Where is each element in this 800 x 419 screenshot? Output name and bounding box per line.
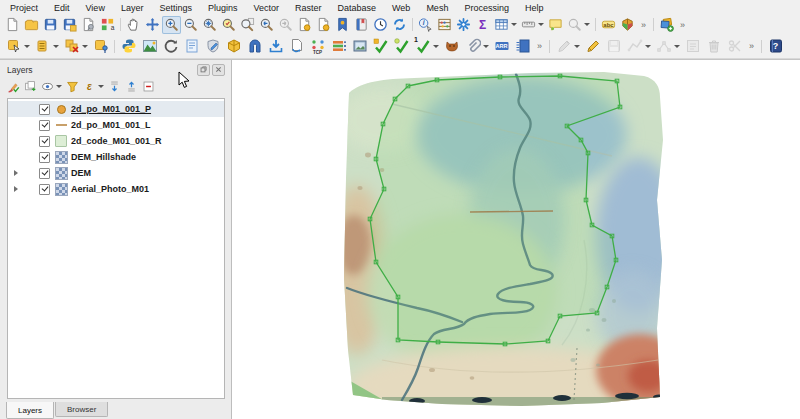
zoom-out-button[interactable] [181, 16, 200, 34]
vertex-tool-button[interactable] [653, 36, 674, 56]
vertex-tool-dropdown-arrow[interactable] [674, 45, 680, 48]
layer-row[interactable]: DEM_Hillshade [8, 149, 224, 165]
manage-layers-button[interactable] [657, 16, 676, 34]
pan-to-selection-button[interactable] [143, 16, 162, 34]
check-topology-dropdown-arrow[interactable] [433, 45, 439, 48]
layer-name[interactable]: DEM [71, 168, 91, 178]
plugin-download-button[interactable] [265, 36, 286, 56]
new-3d-map-view-button[interactable] [314, 16, 333, 34]
tab-browser[interactable]: Browser [55, 402, 108, 417]
layer-name[interactable]: Aerial_Photo_M01 [71, 184, 149, 194]
new-spatial-bookmark-button[interactable] [333, 16, 352, 34]
layer-checkbox[interactable] [39, 168, 50, 179]
layer-name[interactable]: DEM_Hillshade [71, 152, 136, 162]
locator-search-dropdown-arrow[interactable] [584, 23, 590, 26]
plugin-arr-button[interactable]: ARR [491, 36, 512, 56]
zoom-full-extent-button[interactable] [200, 16, 219, 34]
help-contents-button[interactable]: ? [765, 36, 786, 56]
layer-checkbox[interactable] [39, 136, 50, 147]
show-bookmarks-button[interactable] [352, 16, 371, 34]
map-tips-button[interactable] [546, 16, 565, 34]
statistical-summary-button[interactable] [435, 16, 454, 34]
layer-name[interactable]: 2d_po_M01_001_P [71, 104, 151, 114]
check-digitizing-button[interactable] [370, 36, 391, 56]
float-panel-button[interactable] [197, 64, 210, 76]
filter-legend-button[interactable] [64, 78, 81, 95]
plugin-notes-button[interactable] [181, 36, 202, 56]
deselect-features-button[interactable] [61, 36, 82, 56]
processing-toolbox-button[interactable] [454, 16, 473, 34]
locator-search-button[interactable] [565, 16, 584, 34]
layer-row[interactable]: 2d_code_M01_001_R [8, 133, 224, 149]
layer-checkbox[interactable] [39, 152, 50, 163]
menu-database[interactable]: Database [330, 2, 385, 14]
temporal-controller-button[interactable] [371, 16, 390, 34]
plugin-arch-button[interactable] [244, 36, 265, 56]
new-map-view-button[interactable] [295, 16, 314, 34]
open-attribute-table-dropdown-arrow[interactable] [511, 23, 517, 26]
check-review-button[interactable] [391, 36, 412, 56]
attachments-dropdown-arrow[interactable] [483, 45, 489, 48]
toggle-editing-button[interactable] [582, 36, 603, 56]
data-source-manager-button[interactable] [618, 16, 637, 34]
current-edits-dropdown-arrow[interactable] [574, 45, 580, 48]
layer-row[interactable]: 2d_po_M01_001_L [8, 117, 224, 133]
plugin-convert-button[interactable] [286, 36, 307, 56]
toolbar-overflow-chevron[interactable]: » [745, 41, 758, 51]
filter-by-expression-dropdown-arrow[interactable] [98, 85, 104, 88]
identify-features-button[interactable]: i [416, 16, 435, 34]
check-topology-button[interactable]: 1 [412, 36, 433, 56]
project-new-button[interactable] [3, 16, 22, 34]
deselect-features-dropdown-arrow[interactable] [82, 45, 88, 48]
collapse-all-button[interactable] [123, 78, 140, 95]
modify-attributes-button[interactable] [682, 36, 703, 56]
select-features-by-value-dropdown-arrow[interactable] [53, 45, 59, 48]
add-feature-dropdown-arrow[interactable] [645, 45, 651, 48]
map-canvas[interactable] [232, 60, 800, 419]
plugin-tcp-button[interactable]: TCP [307, 36, 328, 56]
menu-settings[interactable]: Settings [151, 2, 200, 14]
current-edits-button[interactable] [553, 36, 574, 56]
select-by-location-button[interactable] [90, 36, 111, 56]
project-open-button[interactable] [22, 16, 41, 34]
project-save-as-button[interactable] [60, 16, 79, 34]
layer-labeling-button[interactable]: abc [599, 16, 618, 34]
zoom-in-button[interactable] [162, 16, 181, 34]
layer-row[interactable]: Aerial_Photo_M01 [8, 181, 224, 197]
delete-selected-button[interactable] [703, 36, 724, 56]
plugin-profile-stack-button[interactable] [328, 36, 349, 56]
cut-features-button[interactable] [724, 36, 745, 56]
menu-web[interactable]: Web [384, 2, 418, 14]
menu-project[interactable]: Project [2, 2, 46, 14]
zoom-to-selection-button[interactable] [219, 16, 238, 34]
plugin-screenshot-button[interactable] [349, 36, 370, 56]
menu-raster[interactable]: Raster [287, 2, 330, 14]
project-save-button[interactable] [41, 16, 60, 34]
layer-expand-slot[interactable] [11, 170, 20, 176]
layer-name[interactable]: 2d_po_M01_001_L [71, 120, 151, 130]
refresh-map-button[interactable] [390, 16, 409, 34]
zoom-to-layer-button[interactable] [238, 16, 257, 34]
menu-vector[interactable]: Vector [245, 2, 287, 14]
menu-processing[interactable]: Processing [456, 2, 517, 14]
plugin-box-button[interactable] [223, 36, 244, 56]
measure-line-dropdown-arrow[interactable] [538, 23, 544, 26]
add-feature-button[interactable] [624, 36, 645, 56]
zoom-next-button[interactable] [276, 16, 295, 34]
select-features-by-value-button[interactable] [32, 36, 53, 56]
menu-layer[interactable]: Layer [113, 2, 152, 14]
open-attribute-table-button[interactable] [492, 16, 511, 34]
select-features-dropdown-arrow[interactable] [24, 45, 30, 48]
project-properties-button[interactable] [79, 16, 98, 34]
open-layer-styling-button[interactable] [5, 78, 22, 95]
menu-edit[interactable]: Edit [46, 2, 78, 14]
layer-expand-slot[interactable] [11, 186, 20, 192]
menu-plugins[interactable]: Plugins [200, 2, 246, 14]
add-group-button[interactable] [22, 78, 39, 95]
plugin-reload-button[interactable] [160, 36, 181, 56]
toolbar-overflow-chevron[interactable]: » [637, 20, 650, 30]
close-panel-button[interactable] [212, 64, 225, 76]
measure-line-button[interactable] [519, 16, 538, 34]
filter-by-expression-button[interactable]: ε [81, 78, 98, 95]
layer-checkbox[interactable] [39, 120, 50, 131]
